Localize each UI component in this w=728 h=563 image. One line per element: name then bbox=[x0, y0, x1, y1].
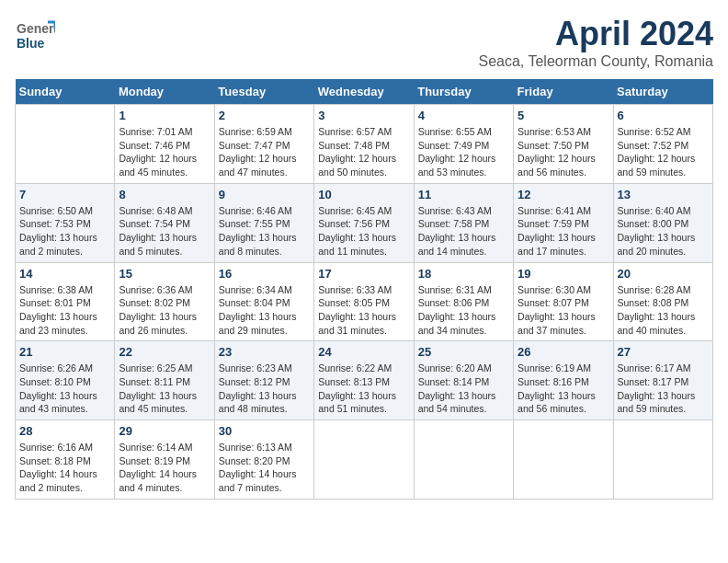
calendar-cell: 23Sunrise: 6:23 AMSunset: 8:12 PMDayligh… bbox=[214, 341, 313, 420]
day-number: 6 bbox=[618, 109, 709, 122]
day-info: Sunrise: 6:30 AMSunset: 8:07 PMDaylight:… bbox=[518, 283, 609, 338]
day-number: 1 bbox=[119, 109, 210, 122]
calendar-cell: 25Sunrise: 6:20 AMSunset: 8:14 PMDayligh… bbox=[414, 341, 513, 420]
calendar-cell: 16Sunrise: 6:34 AMSunset: 8:04 PMDayligh… bbox=[214, 262, 313, 341]
calendar-cell: 27Sunrise: 6:17 AMSunset: 8:17 PMDayligh… bbox=[613, 341, 712, 420]
day-number: 25 bbox=[418, 345, 509, 359]
day-number: 29 bbox=[119, 424, 210, 438]
calendar-cell: 11Sunrise: 6:43 AMSunset: 7:58 PMDayligh… bbox=[414, 183, 513, 262]
day-number: 14 bbox=[19, 267, 110, 281]
calendar-cell: 10Sunrise: 6:45 AMSunset: 7:56 PMDayligh… bbox=[314, 183, 414, 262]
day-number: 2 bbox=[219, 109, 310, 122]
day-number: 3 bbox=[318, 109, 409, 122]
calendar-cell: 18Sunrise: 6:31 AMSunset: 8:06 PMDayligh… bbox=[414, 262, 513, 341]
day-number: 17 bbox=[318, 267, 409, 281]
col-header-thursday: Thursday bbox=[414, 79, 513, 105]
calendar-cell bbox=[16, 105, 115, 184]
day-info: Sunrise: 6:46 AMSunset: 7:55 PMDaylight:… bbox=[219, 204, 310, 259]
calendar-cell bbox=[414, 420, 513, 500]
calendar-week-row: 28Sunrise: 6:16 AMSunset: 8:18 PMDayligh… bbox=[16, 420, 713, 500]
calendar-cell: 24Sunrise: 6:22 AMSunset: 8:13 PMDayligh… bbox=[314, 341, 414, 420]
day-number: 18 bbox=[418, 267, 509, 281]
day-info: Sunrise: 6:53 AMSunset: 7:50 PMDaylight:… bbox=[518, 125, 609, 179]
col-header-sunday: Sunday bbox=[16, 79, 115, 105]
day-info: Sunrise: 6:17 AMSunset: 8:17 PMDaylight:… bbox=[618, 362, 709, 416]
calendar-body: 1Sunrise: 7:01 AMSunset: 7:46 PMDaylight… bbox=[16, 105, 713, 500]
day-info: Sunrise: 6:13 AMSunset: 8:20 PMDaylight:… bbox=[219, 441, 310, 495]
calendar-cell bbox=[613, 420, 712, 500]
subtitle: Seaca, Teleorman County, Romania bbox=[478, 53, 713, 70]
calendar-cell: 13Sunrise: 6:40 AMSunset: 8:00 PMDayligh… bbox=[613, 183, 712, 262]
day-number: 16 bbox=[219, 267, 310, 281]
calendar-cell: 7Sunrise: 6:50 AMSunset: 7:53 PMDaylight… bbox=[16, 183, 115, 262]
calendar-cell: 29Sunrise: 6:14 AMSunset: 8:19 PMDayligh… bbox=[115, 420, 214, 500]
col-header-friday: Friday bbox=[514, 79, 613, 105]
day-info: Sunrise: 6:16 AMSunset: 8:18 PMDaylight:… bbox=[19, 441, 110, 495]
calendar-cell: 26Sunrise: 6:19 AMSunset: 8:16 PMDayligh… bbox=[514, 341, 613, 420]
day-number: 19 bbox=[518, 267, 609, 281]
day-number: 27 bbox=[618, 345, 709, 359]
day-number: 22 bbox=[119, 345, 210, 359]
day-number: 20 bbox=[618, 267, 709, 281]
day-number: 24 bbox=[318, 345, 409, 359]
col-header-tuesday: Tuesday bbox=[214, 79, 313, 105]
calendar-cell: 14Sunrise: 6:38 AMSunset: 8:01 PMDayligh… bbox=[16, 262, 115, 341]
day-number: 4 bbox=[418, 109, 509, 122]
day-number: 8 bbox=[119, 188, 210, 201]
calendar-cell: 5Sunrise: 6:53 AMSunset: 7:50 PMDaylight… bbox=[514, 105, 613, 184]
calendar-cell: 1Sunrise: 7:01 AMSunset: 7:46 PMDaylight… bbox=[115, 105, 214, 184]
col-header-wednesday: Wednesday bbox=[314, 79, 414, 105]
day-number: 21 bbox=[19, 345, 110, 359]
col-header-saturday: Saturday bbox=[613, 79, 712, 105]
day-info: Sunrise: 6:31 AMSunset: 8:06 PMDaylight:… bbox=[418, 283, 509, 338]
svg-text:Blue: Blue bbox=[17, 36, 45, 51]
day-info: Sunrise: 6:23 AMSunset: 8:12 PMDaylight:… bbox=[219, 362, 310, 416]
day-number: 28 bbox=[19, 424, 110, 438]
calendar-cell: 15Sunrise: 6:36 AMSunset: 8:02 PMDayligh… bbox=[115, 262, 214, 341]
calendar-table: SundayMondayTuesdayWednesdayThursdayFrid… bbox=[15, 79, 713, 500]
day-info: Sunrise: 6:50 AMSunset: 7:53 PMDaylight:… bbox=[19, 204, 110, 259]
day-info: Sunrise: 6:34 AMSunset: 8:04 PMDaylight:… bbox=[219, 283, 310, 338]
calendar-cell: 21Sunrise: 6:26 AMSunset: 8:10 PMDayligh… bbox=[16, 341, 115, 420]
day-number: 9 bbox=[219, 188, 310, 201]
calendar-header-row: SundayMondayTuesdayWednesdayThursdayFrid… bbox=[16, 79, 713, 105]
calendar-cell: 3Sunrise: 6:57 AMSunset: 7:48 PMDaylight… bbox=[314, 105, 414, 184]
day-info: Sunrise: 6:19 AMSunset: 8:16 PMDaylight:… bbox=[518, 362, 609, 416]
day-number: 7 bbox=[19, 188, 110, 201]
calendar-cell: 2Sunrise: 6:59 AMSunset: 7:47 PMDaylight… bbox=[214, 105, 313, 184]
day-number: 5 bbox=[518, 109, 609, 122]
day-info: Sunrise: 6:28 AMSunset: 8:08 PMDaylight:… bbox=[618, 283, 709, 338]
day-info: Sunrise: 6:41 AMSunset: 7:59 PMDaylight:… bbox=[518, 204, 609, 259]
day-number: 23 bbox=[219, 345, 310, 359]
day-info: Sunrise: 6:36 AMSunset: 8:02 PMDaylight:… bbox=[119, 283, 210, 338]
calendar-cell: 12Sunrise: 6:41 AMSunset: 7:59 PMDayligh… bbox=[514, 183, 613, 262]
day-info: Sunrise: 6:33 AMSunset: 8:05 PMDaylight:… bbox=[318, 283, 409, 338]
logo-icon: General Blue bbox=[15, 15, 55, 55]
calendar-cell bbox=[514, 420, 613, 500]
day-info: Sunrise: 6:57 AMSunset: 7:48 PMDaylight:… bbox=[318, 125, 409, 179]
day-info: Sunrise: 6:38 AMSunset: 8:01 PMDaylight:… bbox=[19, 283, 110, 338]
calendar-cell: 8Sunrise: 6:48 AMSunset: 7:54 PMDaylight… bbox=[115, 183, 214, 262]
day-info: Sunrise: 6:48 AMSunset: 7:54 PMDaylight:… bbox=[119, 204, 210, 259]
day-info: Sunrise: 6:20 AMSunset: 8:14 PMDaylight:… bbox=[418, 362, 509, 416]
calendar-cell: 28Sunrise: 6:16 AMSunset: 8:18 PMDayligh… bbox=[16, 420, 115, 500]
calendar-cell: 9Sunrise: 6:46 AMSunset: 7:55 PMDaylight… bbox=[214, 183, 313, 262]
day-info: Sunrise: 7:01 AMSunset: 7:46 PMDaylight:… bbox=[119, 125, 210, 179]
day-info: Sunrise: 6:40 AMSunset: 8:00 PMDaylight:… bbox=[618, 204, 709, 259]
day-info: Sunrise: 6:14 AMSunset: 8:19 PMDaylight:… bbox=[119, 441, 210, 495]
day-number: 15 bbox=[119, 267, 210, 281]
day-info: Sunrise: 6:52 AMSunset: 7:52 PMDaylight:… bbox=[618, 125, 709, 179]
calendar-week-row: 1Sunrise: 7:01 AMSunset: 7:46 PMDaylight… bbox=[16, 105, 713, 184]
calendar-cell bbox=[314, 420, 414, 500]
col-header-monday: Monday bbox=[115, 79, 214, 105]
day-info: Sunrise: 6:59 AMSunset: 7:47 PMDaylight:… bbox=[219, 125, 310, 179]
day-number: 10 bbox=[318, 188, 409, 201]
calendar-week-row: 7Sunrise: 6:50 AMSunset: 7:53 PMDaylight… bbox=[16, 183, 713, 262]
day-info: Sunrise: 6:26 AMSunset: 8:10 PMDaylight:… bbox=[19, 362, 110, 416]
main-title: April 2024 bbox=[478, 15, 713, 53]
day-info: Sunrise: 6:45 AMSunset: 7:56 PMDaylight:… bbox=[318, 204, 409, 259]
calendar-cell: 30Sunrise: 6:13 AMSunset: 8:20 PMDayligh… bbox=[214, 420, 313, 500]
day-number: 13 bbox=[618, 188, 709, 201]
day-info: Sunrise: 6:55 AMSunset: 7:49 PMDaylight:… bbox=[418, 125, 509, 179]
calendar-week-row: 14Sunrise: 6:38 AMSunset: 8:01 PMDayligh… bbox=[16, 262, 713, 341]
